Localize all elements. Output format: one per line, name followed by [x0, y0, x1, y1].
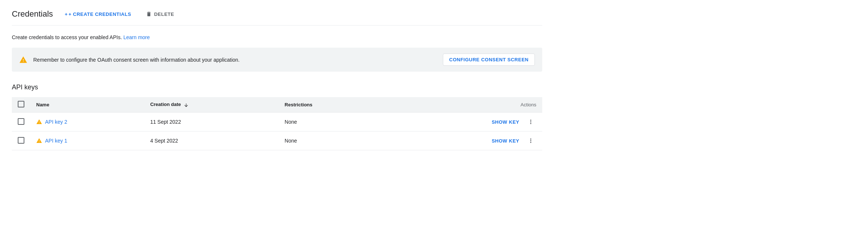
api-key-link[interactable]: API key 1	[45, 138, 67, 144]
create-credentials-button[interactable]: + + CREATE CREDENTIALS	[62, 9, 134, 19]
more-options-button[interactable]	[525, 136, 536, 146]
show-key-button[interactable]: SHOW KEY	[489, 118, 522, 126]
creation-date-cell: 4 Sept 2022	[144, 131, 279, 150]
api-keys-section-title: API keys	[12, 83, 542, 91]
table-row: API key 1 4 Sept 2022 None SHOW KEY	[12, 131, 542, 150]
select-all-checkbox[interactable]	[18, 101, 24, 107]
actions-cell: SHOW KEY	[384, 113, 542, 131]
info-text: Create credentials to access your enable…	[12, 34, 542, 40]
restrictions-cell: None	[279, 113, 384, 131]
info-text-content: Create credentials to access your enable…	[12, 34, 122, 40]
actions-cell: SHOW KEY	[384, 131, 542, 150]
api-keys-table: Name Creation date Restrictions Actions	[12, 97, 542, 150]
row-checkbox[interactable]	[18, 137, 24, 144]
row-warning-icon	[36, 138, 42, 144]
table-row: API key 2 11 Sept 2022 None SHOW KEY	[12, 113, 542, 131]
more-vert-icon	[527, 137, 534, 144]
row-checkbox-cell[interactable]	[12, 113, 30, 131]
name-cell: API key 1	[30, 131, 144, 150]
trash-icon	[146, 11, 152, 17]
more-vert-icon	[527, 119, 534, 125]
page-header: Credentials + + CREATE CREDENTIALS DELET…	[12, 9, 542, 25]
name-cell: API key 2	[30, 113, 144, 131]
table-header-row: Name Creation date Restrictions Actions	[12, 97, 542, 113]
select-all-checkbox-header[interactable]	[12, 97, 30, 113]
warning-left: Remember to configure the OAuth consent …	[19, 56, 240, 64]
creation-date-cell: 11 Sept 2022	[144, 113, 279, 131]
row-checkbox-cell[interactable]	[12, 131, 30, 150]
row-warning-icon	[36, 119, 42, 125]
warning-icon	[19, 56, 27, 64]
warning-banner: Remember to configure the OAuth consent …	[12, 48, 542, 72]
restrictions-cell: None	[279, 131, 384, 150]
sort-down-icon	[184, 102, 189, 108]
warning-text: Remember to configure the OAuth consent …	[33, 57, 240, 63]
creation-date-column-header[interactable]: Creation date	[144, 97, 279, 113]
name-column-header: Name	[30, 97, 144, 113]
row-checkbox[interactable]	[18, 118, 24, 125]
more-options-button[interactable]	[525, 117, 536, 127]
delete-button[interactable]: DELETE	[143, 9, 177, 19]
configure-consent-screen-button[interactable]: CONFIGURE CONSENT SCREEN	[443, 54, 535, 66]
create-credentials-label: + CREATE CREDENTIALS	[68, 11, 131, 17]
restrictions-column-header: Restrictions	[279, 97, 384, 113]
plus-icon: +	[65, 11, 68, 17]
api-key-link[interactable]: API key 2	[45, 119, 67, 125]
delete-label: DELETE	[154, 11, 174, 17]
learn-more-link[interactable]: Learn more	[123, 34, 150, 40]
page-title: Credentials	[12, 9, 53, 19]
actions-column-header: Actions	[384, 97, 542, 113]
show-key-button[interactable]: SHOW KEY	[489, 137, 522, 145]
